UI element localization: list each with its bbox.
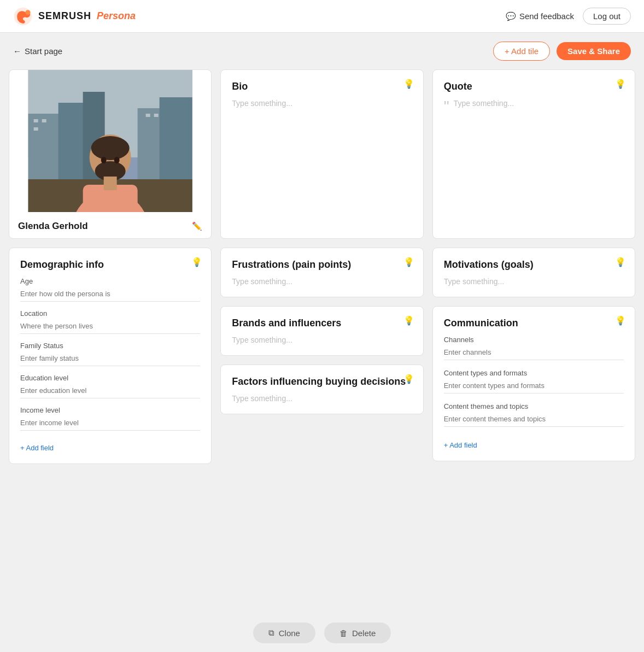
back-arrow-icon: ← xyxy=(13,46,21,56)
svg-point-20 xyxy=(114,157,120,163)
delete-icon: 🗑 xyxy=(339,628,348,638)
hint-icon-demo: 💡 xyxy=(191,257,202,267)
feedback-button[interactable]: 💬 Send feedback xyxy=(506,11,574,21)
motivations-card: 💡 Motivations (goals) Type something... xyxy=(432,248,635,297)
location-label: Location xyxy=(20,309,200,318)
education-input[interactable] xyxy=(20,384,200,398)
age-field: Age xyxy=(20,277,200,302)
start-page-button[interactable]: ← Start page xyxy=(13,46,62,56)
delete-label: Delete xyxy=(352,628,376,638)
profile-card: Glenda Gerhold ✏️ xyxy=(9,69,212,239)
brands-card-placeholder[interactable]: Type something... xyxy=(232,336,412,344)
channels-input[interactable] xyxy=(444,346,624,360)
channels-field: Channels xyxy=(444,336,624,360)
frustrations-card-placeholder[interactable]: Type something... xyxy=(232,277,412,286)
start-page-label: Start page xyxy=(25,46,62,56)
content-themes-field: Content themes and topics xyxy=(444,402,624,427)
content-themes-input[interactable] xyxy=(444,413,624,427)
buying-card: 💡 Factors influencing buying decisions T… xyxy=(220,365,423,414)
logo-product: Persona xyxy=(97,10,136,22)
add-tile-button[interactable]: + Add tile xyxy=(493,42,550,61)
education-field: Education level xyxy=(20,374,200,398)
demographic-card: 💡 Demographic info Age Location Family S… xyxy=(9,248,212,464)
age-label: Age xyxy=(20,277,200,285)
clone-icon: ⧉ xyxy=(268,628,274,638)
header-left: SEMRUSH Persona xyxy=(13,7,136,26)
semrush-logo-icon xyxy=(13,7,33,26)
buying-card-title: Factors influencing buying decisions xyxy=(232,376,412,387)
feedback-icon: 💬 xyxy=(506,11,516,21)
feedback-label: Send feedback xyxy=(519,11,574,21)
motivations-card-title: Motivations (goals) xyxy=(444,259,624,271)
location-field: Location xyxy=(20,309,200,334)
brands-card: 💡 Brands and influencers Type something.… xyxy=(220,306,423,356)
toolbar-right: + Add tile Save & Share xyxy=(493,42,631,61)
location-input[interactable] xyxy=(20,320,200,334)
income-label: Income level xyxy=(20,406,200,414)
profile-name: Glenda Gerhold xyxy=(18,221,88,232)
income-input[interactable] xyxy=(20,416,200,431)
family-status-field: Family Status xyxy=(20,342,200,366)
svg-rect-13 xyxy=(154,114,159,117)
svg-point-1 xyxy=(26,10,31,15)
toolbar: ← Start page + Add tile Save & Share xyxy=(0,33,644,69)
family-status-input[interactable] xyxy=(20,352,200,366)
svg-point-17 xyxy=(91,136,130,160)
svg-rect-22 xyxy=(104,177,117,190)
bio-card-title: Bio xyxy=(232,81,412,92)
age-input[interactable] xyxy=(20,287,200,302)
delete-button[interactable]: 🗑 Delete xyxy=(324,622,391,643)
svg-rect-9 xyxy=(34,119,38,122)
quote-card: 💡 Quote " Type something... xyxy=(432,69,635,239)
education-label: Education level xyxy=(20,374,200,382)
channels-label: Channels xyxy=(444,336,624,344)
communication-card-title: Communication xyxy=(444,318,624,329)
demographic-card-title: Demographic info xyxy=(20,259,200,271)
content-types-field: Content types and formats xyxy=(444,369,624,393)
content-themes-label: Content themes and topics xyxy=(444,402,624,410)
bottom-bar: ⧉ Clone 🗑 Delete xyxy=(0,614,644,652)
brands-card-title: Brands and influencers xyxy=(232,318,412,329)
bio-card: 💡 Bio Type something... xyxy=(220,69,423,239)
cards-grid: Glenda Gerhold ✏️ 💡 Bio Type something..… xyxy=(9,69,635,464)
motivations-card-placeholder[interactable]: Type something... xyxy=(444,277,624,286)
hint-icon-communication: 💡 xyxy=(615,315,626,326)
quote-card-placeholder[interactable]: Type something... xyxy=(454,99,514,108)
content-types-input[interactable] xyxy=(444,379,624,393)
hint-icon-brands: 💡 xyxy=(403,315,414,326)
hint-icon-frustrations: 💡 xyxy=(403,257,414,267)
quote-marks-icon: " xyxy=(444,99,449,114)
communication-card: 💡 Communication Channels Content types a… xyxy=(432,306,635,461)
hint-icon-motivations: 💡 xyxy=(615,257,626,267)
header-right: 💬 Send feedback Log out xyxy=(506,8,631,25)
svg-rect-12 xyxy=(146,114,150,117)
content-types-label: Content types and formats xyxy=(444,369,624,377)
bio-card-placeholder[interactable]: Type something... xyxy=(232,99,412,108)
profile-image xyxy=(9,70,211,212)
quote-content: " Type something... xyxy=(444,99,624,114)
header: SEMRUSH Persona 💬 Send feedback Log out xyxy=(0,0,644,33)
logout-button[interactable]: Log out xyxy=(583,8,631,25)
profile-name-section: Glenda Gerhold ✏️ xyxy=(9,214,211,238)
income-field: Income level xyxy=(20,406,200,431)
svg-rect-11 xyxy=(34,127,38,131)
hint-icon-quote: 💡 xyxy=(615,79,626,89)
logo-brand: SEMRUSH xyxy=(38,10,91,22)
edit-icon[interactable]: ✏️ xyxy=(192,221,202,231)
clone-label: Clone xyxy=(279,628,300,638)
hint-icon-buying: 💡 xyxy=(403,374,414,384)
right-column: 💡 Motivations (goals) Type something... … xyxy=(432,248,635,464)
frustrations-card: 💡 Frustrations (pain points) Type someth… xyxy=(220,248,423,297)
clone-button[interactable]: ⧉ Clone xyxy=(253,622,315,643)
main-content: Glenda Gerhold ✏️ 💡 Bio Type something..… xyxy=(0,69,644,508)
svg-rect-10 xyxy=(42,119,46,122)
demo-add-field-button[interactable]: + Add field xyxy=(20,444,54,452)
buying-card-placeholder[interactable]: Type something... xyxy=(232,394,412,403)
middle-column: 💡 Frustrations (pain points) Type someth… xyxy=(220,248,423,464)
family-status-label: Family Status xyxy=(20,342,200,350)
save-share-button[interactable]: Save & Share xyxy=(557,42,631,60)
comm-add-field-button[interactable]: + Add field xyxy=(444,441,477,449)
svg-point-19 xyxy=(101,157,107,163)
quote-card-title: Quote xyxy=(444,81,624,92)
hint-icon-bio: 💡 xyxy=(403,79,414,89)
